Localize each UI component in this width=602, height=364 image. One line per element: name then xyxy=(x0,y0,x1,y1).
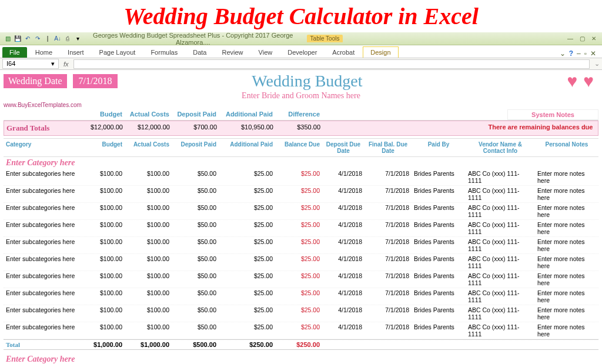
deposit-cell[interactable]: $50.00 xyxy=(172,203,219,219)
subcategory-cell[interactable]: Enter subcategories here xyxy=(4,322,78,339)
vendor-cell[interactable]: ABC Co (xxx) 111-1111 xyxy=(466,220,535,236)
paid-by-cell[interactable]: Brides Parents xyxy=(412,254,466,271)
undo-icon[interactable]: ↶ xyxy=(24,35,32,43)
table-row[interactable]: Enter subcategories here$100.00$100.00$5… xyxy=(4,305,598,322)
paid-by-cell[interactable]: Brides Parents xyxy=(412,220,466,236)
actual-cell[interactable]: $100.00 xyxy=(125,237,172,253)
budget-cell[interactable]: $100.00 xyxy=(78,220,125,236)
tab-insert[interactable]: Insert xyxy=(61,47,91,58)
sort-icon[interactable]: A↓ xyxy=(53,35,62,43)
final-due-cell[interactable]: 7/1/2018 xyxy=(364,203,412,219)
final-due-cell[interactable]: 7/1/2018 xyxy=(364,169,412,185)
dep-due-cell[interactable]: 4/1/2018 xyxy=(322,186,364,202)
dep-due-cell[interactable]: 4/1/2018 xyxy=(322,288,364,305)
deposit-cell[interactable]: $50.00 xyxy=(172,288,219,305)
tab-review[interactable]: Review xyxy=(215,47,250,58)
formula-input[interactable] xyxy=(73,59,590,69)
notes-cell[interactable]: Enter more notes here xyxy=(535,271,598,288)
qat-dropdown-icon[interactable]: ▾ xyxy=(73,35,82,43)
restore-icon[interactable]: ▢ xyxy=(577,35,587,43)
vendor-cell[interactable]: ABC Co (xxx) 111-1111 xyxy=(466,288,535,305)
tab-view[interactable]: View xyxy=(252,47,280,58)
notes-cell[interactable]: Enter more notes here xyxy=(535,186,598,202)
additional-cell[interactable]: $25.00 xyxy=(219,288,275,305)
redo-icon[interactable]: ↷ xyxy=(34,35,42,43)
vendor-cell[interactable]: ABC Co (xxx) 111-1111 xyxy=(466,322,535,339)
deposit-cell[interactable]: $50.00 xyxy=(172,305,219,322)
actual-cell[interactable]: $100.00 xyxy=(125,288,172,305)
final-due-cell[interactable]: 7/1/2018 xyxy=(364,271,412,288)
win-minimize-icon[interactable]: – xyxy=(577,49,581,58)
category-title[interactable]: Enter Category here xyxy=(4,157,598,169)
final-due-cell[interactable]: 7/1/2018 xyxy=(364,288,412,305)
tab-file[interactable]: File xyxy=(2,47,27,58)
dep-due-cell[interactable]: 4/1/2018 xyxy=(322,220,364,236)
subcategory-cell[interactable]: Enter subcategories here xyxy=(4,237,78,253)
vendor-cell[interactable]: ABC Co (xxx) 111-1111 xyxy=(466,254,535,271)
actual-cell[interactable]: $100.00 xyxy=(125,305,172,322)
budget-cell[interactable]: $100.00 xyxy=(78,288,125,305)
subcategory-cell[interactable]: Enter subcategories here xyxy=(4,254,78,271)
budget-cell[interactable]: $100.00 xyxy=(78,203,125,219)
paid-by-cell[interactable]: Brides Parents xyxy=(412,322,466,339)
deposit-cell[interactable]: $50.00 xyxy=(172,169,219,185)
table-row[interactable]: Enter subcategories here$100.00$100.00$5… xyxy=(4,322,598,339)
deposit-cell[interactable]: $50.00 xyxy=(172,186,219,202)
actual-cell[interactable]: $100.00 xyxy=(125,169,172,185)
vendor-cell[interactable]: ABC Co (xxx) 111-1111 xyxy=(466,305,535,322)
table-row[interactable]: Enter subcategories here$100.00$100.00$5… xyxy=(4,288,598,305)
additional-cell[interactable]: $25.00 xyxy=(219,305,275,322)
name-box[interactable]: I64▾ xyxy=(2,59,59,69)
dep-due-cell[interactable]: 4/1/2018 xyxy=(322,203,364,219)
additional-cell[interactable]: $25.00 xyxy=(219,271,275,288)
final-due-cell[interactable]: 7/1/2018 xyxy=(364,305,412,322)
additional-cell[interactable]: $25.00 xyxy=(219,322,275,339)
formula-expand-icon[interactable]: ⌄ xyxy=(592,60,602,68)
table-row[interactable]: Enter subcategories here$100.00$100.00$5… xyxy=(4,220,598,237)
subcategory-cell[interactable]: Enter subcategories here xyxy=(4,305,78,322)
vendor-cell[interactable]: ABC Co (xxx) 111-1111 xyxy=(466,203,535,219)
dep-due-cell[interactable]: 4/1/2018 xyxy=(322,169,364,185)
paid-by-cell[interactable]: Brides Parents xyxy=(412,203,466,219)
paid-by-cell[interactable]: Brides Parents xyxy=(412,237,466,253)
notes-cell[interactable]: Enter more notes here xyxy=(535,169,598,185)
vendor-cell[interactable]: ABC Co (xxx) 111-1111 xyxy=(466,271,535,288)
table-row[interactable]: Enter subcategories here$100.00$100.00$5… xyxy=(4,271,598,288)
category-title[interactable]: Enter Category here xyxy=(4,353,598,364)
subcategory-cell[interactable]: Enter subcategories here xyxy=(4,271,78,288)
deposit-cell[interactable]: $50.00 xyxy=(172,271,219,288)
actual-cell[interactable]: $100.00 xyxy=(125,186,172,202)
budget-cell[interactable]: $100.00 xyxy=(78,254,125,271)
close-icon[interactable]: ✕ xyxy=(589,35,598,43)
final-due-cell[interactable]: 7/1/2018 xyxy=(364,186,412,202)
tab-developer[interactable]: Developer xyxy=(280,47,324,58)
additional-cell[interactable]: $25.00 xyxy=(219,220,275,236)
additional-cell[interactable]: $25.00 xyxy=(219,203,275,219)
notes-cell[interactable]: Enter more notes here xyxy=(535,237,598,253)
deposit-cell[interactable]: $50.00 xyxy=(172,220,219,236)
vendor-cell[interactable]: ABC Co (xxx) 111-1111 xyxy=(466,169,535,185)
save-icon[interactable]: 💾 xyxy=(14,35,22,43)
dep-due-cell[interactable]: 4/1/2018 xyxy=(322,254,364,271)
tab-acrobat[interactable]: Acrobat xyxy=(325,47,362,58)
vendor-cell[interactable]: ABC Co (xxx) 111-1111 xyxy=(466,237,535,253)
dep-due-cell[interactable]: 4/1/2018 xyxy=(322,322,364,339)
vendor-cell[interactable]: ABC Co (xxx) 111-1111 xyxy=(466,186,535,202)
notes-cell[interactable]: Enter more notes here xyxy=(535,254,598,271)
minimize-icon[interactable]: — xyxy=(566,35,575,43)
tab-page-layout[interactable]: Page Layout xyxy=(92,47,143,58)
dep-due-cell[interactable]: 4/1/2018 xyxy=(322,237,364,253)
budget-cell[interactable]: $100.00 xyxy=(78,237,125,253)
ribbon-min-icon[interactable]: ⌄ xyxy=(560,49,566,58)
additional-cell[interactable]: $25.00 xyxy=(219,186,275,202)
final-due-cell[interactable]: 7/1/2018 xyxy=(364,322,412,339)
additional-cell[interactable]: $25.00 xyxy=(219,169,275,185)
win-restore-icon[interactable]: ▫ xyxy=(584,49,587,58)
worksheet[interactable]: Wedding Date 7/1/2018 Wedding Budget ♥ ♥… xyxy=(0,70,602,364)
subcategory-cell[interactable]: Enter subcategories here xyxy=(4,203,78,219)
tab-data[interactable]: Data xyxy=(186,47,213,58)
budget-cell[interactable]: $100.00 xyxy=(78,271,125,288)
notes-cell[interactable]: Enter more notes here xyxy=(535,322,598,339)
help-icon[interactable]: ? xyxy=(569,49,573,58)
actual-cell[interactable]: $100.00 xyxy=(125,203,172,219)
